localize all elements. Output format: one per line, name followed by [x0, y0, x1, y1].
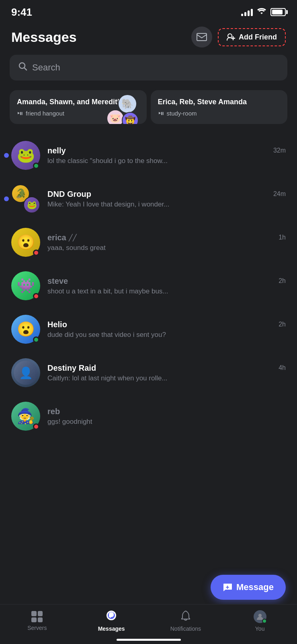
svg-rect-3 [20, 112, 21, 115]
dm-info-nelly: nelly 32m lol the classic "should i go t… [47, 146, 286, 165]
dm-preview-nelly: lol the classic "should i go to the show… [47, 157, 286, 165]
online-indicator-nelly [33, 163, 39, 169]
dm-time-dnd: 24m [273, 190, 286, 198]
avatar-wrap-helio: 😮 [11, 315, 40, 344]
dm-name-helio: Helio [47, 320, 67, 329]
dm-preview-reb: ggs! goodnight [47, 418, 286, 426]
dm-name-dnd: DND Group [47, 190, 91, 199]
avatar-wrap-dnd: 🐊 🐸 [11, 184, 40, 213]
group-card-title-2: Erica, Reb, Steve Amanda [158, 97, 281, 107]
add-friend-label: Add Friend [239, 33, 277, 41]
fab-label: Message [236, 582, 274, 592]
svg-rect-4 [22, 112, 23, 115]
muted-icon: ╱╱ [69, 234, 77, 242]
signal-icon [241, 8, 253, 16]
messages-icon [105, 610, 117, 623]
svg-rect-0 [197, 33, 207, 41]
you-icon [254, 610, 266, 623]
unread-dot-dnd [4, 196, 9, 201]
search-container: Search [10, 55, 287, 80]
dm-item-erica[interactable]: 😮 erica ╱╱ 1h yaaa, sounds great [0, 221, 297, 264]
wifi-icon [257, 7, 266, 17]
dm-time-destiny: 4h [279, 364, 286, 372]
dm-time-helio: 2h [279, 321, 286, 328]
svg-rect-5 [161, 112, 162, 115]
nav-label-messages: Messages [98, 625, 125, 632]
dm-info-erica: erica ╱╱ 1h yaaa, sounds great [47, 233, 286, 252]
dm-info-dnd: DND Group 24m Mike: Yeah I love that des… [47, 190, 286, 208]
dm-info-helio: Helio 2h dude did you see that video i s… [47, 320, 286, 339]
dm-item-steve[interactable]: 👾 steve 2h shoot u a text in a bit, but … [0, 264, 297, 308]
dm-info-reb: reb ggs! goodnight [47, 407, 286, 426]
dm-time-nelly: 32m [273, 147, 286, 154]
avatar-wrap-erica: 😮 [11, 228, 40, 257]
group-card-amanda[interactable]: Amanda, Shawn, and Meredith friend hango… [10, 90, 147, 124]
offline-indicator-erica [33, 250, 39, 256]
nav-item-you[interactable]: You [244, 610, 276, 632]
search-placeholder: Search [32, 62, 60, 73]
dm-preview-dnd: Mike: Yeah I love that design, i wonder.… [47, 200, 286, 208]
bottom-nav: Servers Messages Notifications [0, 604, 297, 644]
unread-dot [4, 153, 9, 158]
new-message-fab[interactable]: Message [211, 575, 286, 600]
group-avatars-1: 🐘 🐷 🤠 [107, 94, 143, 124]
nav-label-servers: Servers [27, 625, 47, 631]
group-card-erica[interactable]: Erica, Reb, Steve Amanda study-room [151, 90, 288, 124]
avatar-wrap-destiny: 👤 [11, 358, 40, 387]
dm-name-steve: steve [47, 277, 68, 286]
nav-item-servers[interactable]: Servers [21, 611, 53, 631]
dm-item-destiny-raid[interactable]: 👤 Destiny Raid 4h Caitlyn: lol at last n… [0, 351, 297, 394]
dm-info-destiny: Destiny Raid 4h Caitlyn: lol at last nig… [47, 363, 286, 382]
status-icons [241, 7, 286, 17]
dm-preview-destiny: Caitlyn: lol at last night when you roll… [47, 374, 286, 382]
status-time: 9:41 [11, 6, 32, 19]
search-icon [18, 62, 27, 73]
nav-item-notifications[interactable]: Notifications [170, 610, 202, 632]
notifications-icon [180, 610, 191, 623]
page-title: Messages [11, 29, 77, 45]
dm-item-reb[interactable]: 🧙 reb ggs! goodnight [0, 394, 297, 438]
online-indicator-helio [33, 336, 39, 343]
dm-name-erica: erica [47, 233, 66, 242]
dm-preview-helio: dude did you see that video i sent you? [47, 331, 286, 339]
offline-indicator-steve [33, 293, 39, 299]
battery-icon [270, 8, 286, 16]
dm-preview-erica: yaaa, sounds great [47, 244, 286, 252]
dm-info-steve: steve 2h shoot u a text in a bit, but i … [47, 277, 286, 295]
offline-indicator-reb [33, 423, 39, 430]
dm-preview-steve: shoot u a text in a bit, but i maybe bus… [47, 287, 286, 295]
dm-time-erica: 1h [279, 234, 286, 241]
avatar-wrap-steve: 👾 [11, 271, 40, 300]
dm-time-steve: 2h [279, 277, 286, 285]
dm-list: 🐸 nelly 32m lol the classic "should i go… [0, 134, 297, 494]
nav-label-you: You [255, 625, 265, 632]
add-friend-button[interactable]: Add Friend [218, 28, 286, 46]
nav-item-messages[interactable]: Messages [95, 610, 127, 632]
dm-name-destiny: Destiny Raid [47, 363, 96, 373]
home-indicator [117, 639, 181, 641]
svg-rect-6 [162, 112, 163, 115]
dm-name-nelly: nelly [47, 146, 66, 155]
dm-item-nelly[interactable]: 🐸 nelly 32m lol the classic "should i go… [0, 134, 297, 177]
dm-item-dnd-group[interactable]: 🐊 🐸 DND Group 24m Mike: Yeah I love that… [0, 177, 297, 221]
header: Messages Add Friend [0, 22, 297, 55]
servers-icon [31, 611, 43, 622]
mail-button[interactable] [191, 27, 212, 47]
svg-point-9 [258, 614, 262, 617]
avatar-wrap-nelly: 🐸 [11, 141, 40, 170]
avatar-wrap-reb: 🧙 [11, 402, 40, 431]
search-bar[interactable]: Search [10, 55, 287, 80]
header-actions: Add Friend [191, 27, 286, 47]
status-bar: 9:41 [0, 0, 297, 22]
group-chats-row: Amanda, Shawn, and Meredith friend hango… [10, 90, 287, 124]
dm-name-reb: reb [47, 407, 60, 416]
group-card-sub-2: study-room [158, 110, 281, 117]
avatar-dnd-group: 🐊 🐸 [11, 184, 40, 213]
dm-item-helio[interactable]: 😮 Helio 2h dude did you see that video i… [0, 308, 297, 351]
avatar-destiny: 👤 [11, 358, 40, 387]
nav-label-notifications: Notifications [170, 625, 201, 632]
